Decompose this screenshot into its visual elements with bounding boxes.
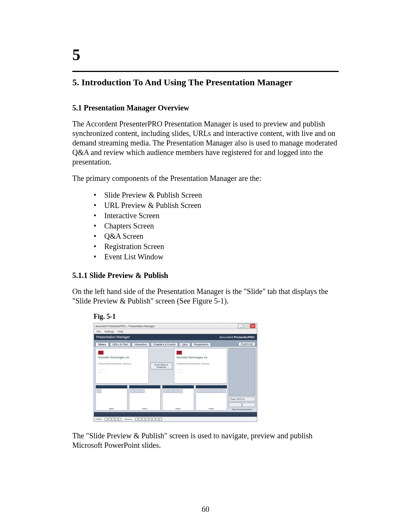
stop-presentation-label[interactable]: Stop the presentation [229,408,255,411]
maximize-button[interactable]: □ [244,324,249,328]
list-item: Slide Preview & Publish Screen [94,190,339,200]
window-titlebar: Accordent PresenterPRO – Presentation Ma… [94,323,257,329]
overview-paragraph: The Accordent PresenterPRO Presentation … [72,119,339,167]
tab-urls-files[interactable]: URLs & Files [110,342,131,346]
event-list-button[interactable]: Event List [238,342,255,346]
list-item: Chapters Screen [94,221,339,231]
slide-logo-icon [98,351,104,355]
slide-smalltext: — — —— — [98,369,146,373]
status-mid-label: Events [125,418,132,420]
thumbnail-header [129,385,161,388]
section-title: 5. Introduction To And Using The Present… [72,77,339,88]
thumbnail-body [196,388,227,407]
thumbnail-header [196,385,227,388]
figure-label: Fig. 5-1 [94,313,339,321]
slide-intro-paragraph: On the left hand side of the Presentatio… [72,287,339,306]
time-label: Time: [230,398,236,400]
side-panel: Time: 0:0:0:11 Stop the presentation [229,348,255,411]
minimize-button[interactable]: _ [238,324,243,328]
control-buttons-row [229,403,255,407]
thumbnail-select-link[interactable]: Select [162,407,194,410]
thumbnail-panel[interactable]: Select [129,385,161,411]
app-footer-bar [94,412,257,417]
status-indicator-dots [135,418,162,421]
thumbnail-panel[interactable]: Select [196,385,228,411]
slide-description-paragraph: The "Slide Preview & Publish" screen is … [72,431,339,450]
thumbnail-select-link[interactable]: Select [196,407,227,410]
thumbnail-body [129,388,161,407]
window-controls: _ □ × [238,324,255,328]
menu-item-help[interactable]: Help [118,330,123,333]
push-slide-button[interactable]: Push Slide to Audience [150,363,172,369]
horizontal-rule [72,71,339,72]
menu-item-settings[interactable]: Settings [104,330,114,333]
control-button[interactable] [242,403,255,407]
app-header-title: Presentation Manager [96,335,130,339]
status-bar: HTML Events [94,417,257,422]
figure-screenshot: Accordent PresenterPRO – Presentation Ma… [94,323,257,422]
event-list-panel [229,348,255,396]
list-item: Interactive Screen [94,211,339,221]
app-header: Presentation Manager Accordent Presenter… [94,334,257,340]
slide-tagline: Professional Presentation Solutions [177,363,225,365]
thumbnail-body [96,388,127,407]
list-item: Registration Screen [94,241,339,252]
menu-bar: File Settings Help [94,329,257,334]
main-panel: Accordent Technologies, Inc. Professiona… [96,348,227,411]
brand-prefix: Accordent [220,335,234,339]
control-button[interactable] [229,403,242,407]
tab-bar: Slides URLs & Files Interactive Chapters… [94,340,257,347]
slide-company: Accordent Technologies, Inc. [177,356,225,359]
tab-slides[interactable]: Slides [96,342,109,346]
page-number: 60 [0,505,411,514]
slide-tagline: Professional Presentation Solutions [98,363,146,365]
window-title: Accordent PresenterPRO – Presentation Ma… [96,325,155,328]
status-indicator-dots [105,418,122,421]
menu-item-file[interactable]: File [96,330,100,333]
thumbnail-panel[interactable]: Select [162,385,194,411]
subsubsection-title: 5.1.1 Slide Preview & Publish [72,271,339,280]
thumbnail-panel[interactable]: Select [96,385,127,411]
slide-logo-icon [177,351,182,355]
app-header-brand: Accordent PresenterPRO [220,335,255,339]
components-intro-paragraph: The primary components of the Presentati… [72,174,339,183]
brand-bold: PresenterPRO [234,335,255,339]
app-body: Accordent Technologies, Inc. Professiona… [94,347,257,412]
slide-smalltext: — — —— — [177,369,225,373]
list-item: Q&A Screen [94,231,339,241]
thumbnail-header [162,385,194,388]
list-item: URL Preview & Publish Screen [94,200,339,211]
close-button[interactable]: × [250,324,255,328]
thumbnail-row: Select Select Select [96,385,227,411]
tab-qa[interactable]: Q&A [179,342,190,346]
thumbnail-header [96,385,127,388]
thumbnail-select-link[interactable]: Select [129,407,161,410]
thumbnail-select-link[interactable]: Select [96,407,127,410]
tab-registration[interactable]: Registration [191,342,211,346]
time-value: 0:0:0:11 [236,398,245,400]
subsection-title: 5.1 Presentation Manager Overview [72,104,339,112]
slide-company: Accordent Technologies, Inc. [98,356,146,359]
status-left-label: HTML [96,418,102,420]
preview-row: Accordent Technologies, Inc. Professiona… [96,348,227,383]
list-item: Event List Window [94,252,339,262]
current-slide-preview: Accordent Technologies, Inc. Professiona… [96,348,149,383]
chapter-number: 5 [72,46,339,64]
thumbnail-body [162,388,194,407]
components-list: Slide Preview & Publish Screen URL Previ… [94,190,339,262]
time-display: Time: 0:0:0:11 [229,397,255,401]
next-slide-preview: Accordent Technologies, Inc. Professiona… [174,348,227,383]
tab-chapters-events[interactable]: Chapters & Events [151,342,178,346]
tab-interactive[interactable]: Interactive [132,342,149,346]
